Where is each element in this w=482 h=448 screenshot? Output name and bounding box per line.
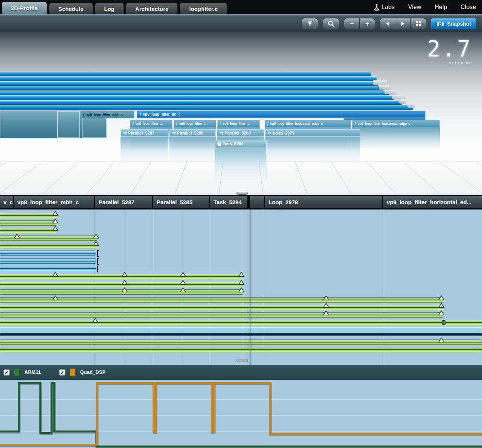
navigate-group	[380, 18, 426, 29]
timeline-bar-row[interactable]	[0, 339, 482, 345]
block-task-5284[interactable]: ▣Task_5284	[215, 140, 267, 147]
snapshot-button[interactable]: Snapshot	[431, 18, 477, 29]
timeline-column-parallel-5287[interactable]: Parallel_5287	[95, 196, 152, 208]
block-vp8-loop-filter[interactable]: ƒvp8_loop_filter_...	[217, 120, 260, 127]
timeline-bar-row[interactable]	[0, 213, 56, 218]
profile-stack-bar	[0, 91, 389, 95]
block-type-icon: ⇉	[123, 131, 127, 136]
menu-item-label: Help	[435, 4, 447, 11]
block-parallel-5285[interactable]: ⇉Parallel_5285	[169, 129, 216, 137]
function-icon: ƒ	[83, 113, 85, 116]
menu-item-close[interactable]: Close	[461, 4, 476, 11]
block-vp8-loop-filter[interactable]: ƒvp8_loop_filter_...	[130, 120, 172, 127]
function-icon: ƒ	[176, 122, 178, 125]
next-button[interactable]	[395, 18, 411, 29]
zoom-in-button[interactable]: +	[359, 18, 375, 29]
tab-2d-profile[interactable]: 2D-Profile	[2, 2, 47, 14]
timeline-bar-row[interactable]	[0, 312, 443, 318]
legend-item-quad-dsp: ✓Quad_DSP	[59, 368, 106, 376]
bracket-marker-icon: [	[96, 258, 100, 265]
profile-ghost-block	[399, 99, 406, 104]
tab-loopfilter-c[interactable]: loopfilter.c	[180, 3, 227, 14]
timeline-bar-row[interactable]	[0, 228, 56, 233]
call-sub-block	[57, 111, 80, 138]
block-parallel-5287[interactable]: ⇉Parallel_5287	[120, 129, 168, 137]
timeline-bar-row[interactable]	[0, 220, 56, 226]
legend-item-arm11: ✓ARM11	[3, 368, 41, 376]
profile-stack-bar	[0, 72, 371, 76]
core-activity-waveform	[0, 380, 482, 448]
timeline-bar-row[interactable]	[0, 347, 482, 352]
function-icon: ƒ	[139, 112, 142, 116]
timeline-column-spacer[interactable]	[250, 196, 264, 208]
profile-3d-view: ƒvp8_loop_filter_mbh_cƒvp8_loop_filter_b…	[0, 32, 482, 195]
timeline-bar-row[interactable]	[0, 320, 482, 325]
horizontal-scrollbar-thumb[interactable]	[236, 192, 248, 195]
zoom-out-button[interactable]: −	[344, 18, 360, 29]
tab-schedule[interactable]: Schedule	[49, 3, 93, 14]
checkbox-quad-dsp[interactable]: ✓	[59, 369, 66, 376]
color-swatch-arm11	[14, 368, 20, 376]
timeline-bar-row[interactable]	[0, 274, 243, 279]
timeline-bar-row[interactable]	[0, 258, 96, 264]
menu-item-view[interactable]: View	[408, 4, 421, 11]
funnel-icon	[307, 21, 313, 27]
block-vp8-loop-filter[interactable]: ƒvp8_loop_filter_...	[174, 120, 216, 127]
timeline-column-v-c[interactable]: v_c	[0, 196, 13, 208]
gantt-timeline: [[[	[0, 209, 482, 365]
timeline-column-vp8-loop-filter-horizontal-ed[interactable]: vp8_loop_filter_horizontal_ed...	[383, 196, 482, 208]
function-icon: ƒ	[220, 122, 221, 125]
timeline-bar-row[interactable]	[0, 289, 243, 295]
profile-ghost-block	[379, 85, 389, 90]
block-vp8-loop-filter-horizontal-edge-c[interactable]: ƒvp8_loop_filter_horizontal_edge_c	[352, 120, 440, 127]
timeline-column-vp8-loop-filter-mbh-c[interactable]: vp8_loop_filter_mbh_c	[14, 196, 94, 208]
profile-ghost-block	[407, 103, 415, 108]
task-block-body	[169, 137, 216, 162]
block-vp8-loop-filter-horizontal-edge-c[interactable]: ƒvp8_loop_filter_horizontal_edge_c	[265, 120, 351, 127]
legend-label: ARM11	[24, 370, 41, 375]
block-parallel-5283[interactable]: ⇉Parallel_5283	[217, 129, 264, 137]
filter-button[interactable]	[302, 18, 318, 29]
timeline-bar-row[interactable]	[0, 243, 97, 248]
block-type-icon: ⇉	[220, 131, 223, 136]
prev-button[interactable]	[380, 18, 395, 29]
timeline-column-parallel-5285[interactable]: Parallel_5285	[153, 196, 209, 208]
timeline-bar-row[interactable]	[0, 251, 96, 256]
tab-log[interactable]: Log	[95, 3, 124, 14]
menu-item-labs[interactable]: Labs	[374, 4, 395, 11]
block-type-icon: ↻	[268, 131, 271, 136]
task-block-body	[120, 137, 168, 162]
profile-stack-bar	[0, 76, 377, 81]
task-5284-body	[215, 147, 267, 180]
task-block-body	[265, 137, 360, 162]
block-loop-2979[interactable]: ↻Loop_2979	[265, 129, 360, 137]
block-type-icon: ▣	[217, 141, 221, 146]
timeline-bar-row[interactable]	[0, 266, 96, 271]
menu-item-help[interactable]: Help	[435, 4, 447, 11]
timeline-bar-row[interactable]	[0, 305, 443, 310]
horizontal-scrollbar-thumb[interactable]	[236, 359, 248, 362]
search-button[interactable]	[323, 18, 339, 29]
waveform-chart	[0, 380, 482, 448]
timeline-bar-row[interactable]	[0, 297, 443, 303]
block-vp8-loop-filter-bh-c[interactable]: ƒvp8_loop_filter_bh_c	[137, 111, 426, 118]
function-block-body	[352, 127, 440, 149]
core-legend: ✓ARM11✓Quad_DSP	[0, 365, 482, 380]
block-vp8-loop-filter-mbh-c[interactable]: ƒvp8_loop_filter_mbh_c	[81, 111, 134, 118]
fit-view-button[interactable]	[410, 18, 426, 29]
tab-architecture[interactable]: Architecture	[126, 3, 178, 14]
menu-item-label: Close	[461, 4, 476, 11]
timeline-bar-row[interactable]	[0, 235, 97, 241]
timeline-column-task-5284[interactable]: Task_5284	[210, 196, 247, 208]
bracket-marker-icon: [	[96, 250, 100, 257]
timeline-column-loop-2979[interactable]: Loop_2979	[265, 196, 382, 208]
function-icon: ƒ	[132, 122, 134, 125]
timeline-bar-row[interactable]	[0, 327, 482, 332]
time-cursor-line[interactable]	[250, 209, 250, 365]
legend-label: Quad_DSP	[80, 370, 106, 375]
timeline-bar-row[interactable]	[0, 333, 482, 336]
checkbox-arm11[interactable]: ✓	[3, 369, 10, 376]
profile-ghost-block	[384, 90, 396, 94]
timeline-bar-row[interactable]	[0, 282, 243, 287]
camera-icon	[436, 21, 444, 27]
